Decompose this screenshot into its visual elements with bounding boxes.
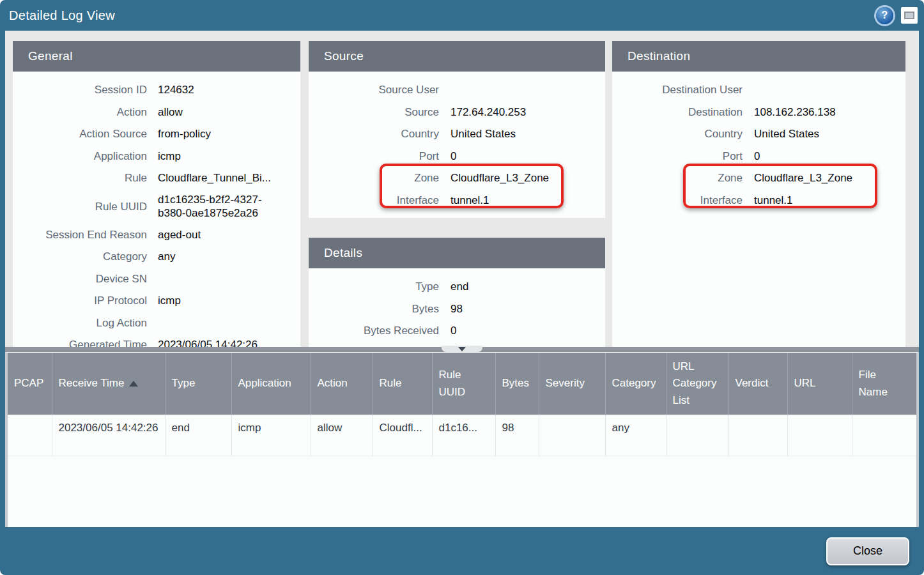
column-label: Bytes	[502, 377, 530, 389]
general-row-application: Application icmp	[13, 146, 300, 168]
general-row-session-id: Session ID 124632	[13, 79, 300, 102]
source-row-source: Source 172.64.240.253	[309, 102, 605, 124]
cell-url-category-list	[666, 415, 728, 456]
column-label: Application	[238, 377, 291, 389]
source-row-port: Port 0	[309, 146, 605, 168]
field-label: Zone	[309, 172, 439, 185]
field-label: Port	[309, 150, 439, 163]
splitter-collapse-handle[interactable]	[442, 346, 482, 352]
source-row-country: Country United States	[309, 123, 605, 146]
field-value: 0	[450, 325, 605, 337]
details-panel-body: Type end Bytes 98 Bytes Received 0	[309, 268, 605, 342]
field-label: Source	[309, 106, 439, 119]
column-header-url[interactable]: URL	[787, 353, 852, 415]
column-label: URL	[794, 377, 816, 389]
field-label: Session End Reason	[13, 229, 147, 241]
general-panel: General Session ID 124632 Action allow A…	[13, 41, 300, 347]
field-value: 172.64.240.253	[450, 106, 605, 119]
field-label: Category	[13, 250, 147, 263]
field-label: Application	[13, 150, 147, 163]
field-label: Session ID	[13, 84, 147, 96]
column-label: Rule UUID	[439, 369, 466, 397]
general-row-rule: Rule Cloudflare_Tunnel_Bi...	[13, 167, 300, 190]
log-entries-table: PCAP Receive Time Type Application Actio…	[8, 353, 916, 456]
sort-ascending-icon	[129, 381, 138, 387]
column-header-severity[interactable]: Severity	[539, 353, 605, 415]
log-entries-table-area: PCAP Receive Time Type Application Actio…	[5, 352, 919, 527]
column-label: Category	[612, 377, 656, 389]
cell-url	[787, 415, 852, 456]
field-label: Action Source	[13, 128, 147, 141]
column-header-url-category-list[interactable]: URL Category List	[666, 353, 728, 415]
field-label: Bytes Received	[309, 325, 439, 337]
column-label: PCAP	[14, 377, 43, 389]
field-label: Rule UUID	[13, 201, 147, 213]
column-header-verdict[interactable]: Verdict	[728, 353, 787, 415]
field-label: Destination User	[612, 84, 743, 96]
column-header-file-name[interactable]: File Name	[852, 353, 916, 415]
restore-window-glyph	[904, 12, 914, 19]
restore-window-icon[interactable]	[901, 7, 918, 24]
field-value: aged-out	[158, 229, 300, 241]
column-header-pcap[interactable]: PCAP	[8, 353, 52, 415]
field-value: 0	[754, 150, 905, 163]
dialog-footer: Close	[0, 527, 924, 575]
column-label: Verdict	[735, 377, 769, 389]
cell-rule: Cloudfl...	[373, 415, 432, 456]
field-value: tunnel.1	[754, 194, 905, 207]
field-value: icmp	[158, 150, 300, 163]
general-row-action-source: Action Source from-policy	[13, 123, 300, 146]
column-header-bytes[interactable]: Bytes	[495, 353, 539, 415]
log-table-row[interactable]: 2023/06/05 14:42:26 end icmp allow Cloud…	[8, 415, 916, 456]
field-value: tunnel.1	[450, 194, 605, 207]
cell-severity	[539, 415, 605, 456]
source-panel: Source Source User Source 172.64.240.253…	[309, 41, 605, 218]
field-label: Device SN	[13, 273, 147, 286]
column-label: Action	[318, 377, 348, 389]
column-header-rule-uuid[interactable]: Rule UUID	[432, 353, 495, 415]
log-detail-panels-region: General Session ID 124632 Action allow A…	[5, 31, 919, 347]
cell-bytes: 98	[495, 415, 539, 456]
field-label: Zone	[612, 172, 743, 185]
field-label: Destination	[612, 106, 743, 119]
field-value: any	[158, 250, 300, 263]
cell-rule-uuid: d1c16...	[432, 415, 495, 456]
details-row-bytes: Bytes 98	[309, 298, 605, 321]
field-value: allow	[158, 106, 300, 119]
destination-panel: Destination Destination User Destination…	[612, 41, 905, 347]
collapse-down-icon	[458, 347, 466, 351]
field-value: from-policy	[158, 128, 300, 141]
cell-pcap	[8, 415, 52, 456]
column-label: Receive Time	[59, 377, 125, 389]
source-panel-body: Source User Source 172.64.240.253 Countr…	[309, 72, 605, 211]
column-header-category[interactable]: Category	[605, 353, 666, 415]
field-label: Generated Time	[13, 339, 147, 347]
field-label: Action	[13, 106, 147, 119]
field-label: Type	[309, 280, 439, 293]
column-label: Type	[172, 377, 196, 389]
field-value: Cloudflare_Tunnel_Bi...	[158, 172, 300, 185]
column-header-rule[interactable]: Rule	[373, 353, 432, 415]
destination-row-country: Country United States	[612, 123, 905, 146]
column-header-action[interactable]: Action	[311, 353, 373, 415]
field-value: Cloudflare_L3_Zone	[450, 172, 605, 185]
column-header-type[interactable]: Type	[165, 353, 231, 415]
column-header-receive-time[interactable]: Receive Time	[52, 353, 165, 415]
cell-application: icmp	[231, 415, 311, 456]
field-value: 2023/06/05 14:42:26	[158, 339, 300, 347]
general-row-action: Action allow	[13, 102, 300, 124]
dialog-title: Detailed Log View	[9, 8, 115, 23]
panel-table-splitter	[5, 347, 919, 352]
close-button[interactable]: Close	[826, 537, 909, 565]
field-value: end	[450, 280, 605, 293]
destination-panel-header: Destination	[612, 41, 905, 72]
source-row-source-user: Source User	[309, 79, 605, 102]
details-row-bytes-received: Bytes Received 0	[309, 320, 605, 342]
general-row-generated-time: Generated Time 2023/06/05 14:42:26	[13, 334, 300, 347]
field-value: 0	[450, 150, 605, 163]
field-value: Cloudflare_L3_Zone	[754, 172, 905, 185]
column-header-application[interactable]: Application	[231, 353, 311, 415]
source-row-zone: Zone Cloudflare_L3_Zone	[309, 167, 605, 190]
detailed-log-view-dialog: Detailed Log View ? General Session ID 1…	[0, 0, 924, 575]
help-icon[interactable]: ?	[876, 7, 893, 24]
